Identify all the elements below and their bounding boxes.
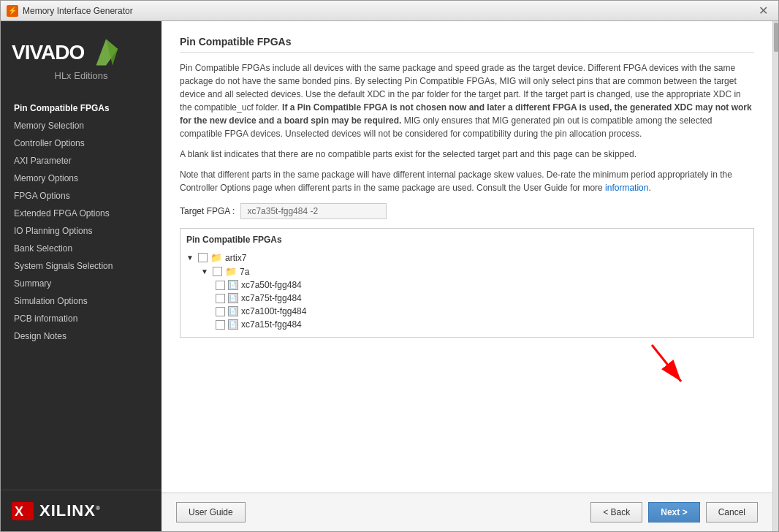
xc7a15t-label: xc7a15t-fgg484 — [241, 319, 302, 330]
tree-node-xc7a15t: 📄 xc7a15t-fgg484 — [186, 318, 748, 331]
logo-area: VIVADO HLx Editions — [1, 21, 162, 92]
user-guide-button[interactable]: User Guide — [176, 502, 246, 522]
sidebar-top: VIVADO HLx Editions Pin Compatible FPGAs… — [1, 21, 162, 352]
hlx-editions-text: HLx Editions — [12, 70, 151, 81]
main-content: VIVADO HLx Editions Pin Compatible FPGAs… — [1, 21, 778, 531]
vivado-text: VIVADO — [12, 41, 84, 64]
artix7-folder-icon: 📁 — [210, 252, 222, 263]
xc7a50t-checkbox[interactable] — [216, 281, 225, 290]
xc7a75t-file-icon: 📄 — [228, 293, 238, 303]
content-wrapper: Pin Compatible FPGAs Pin Compatible FPGA… — [162, 21, 778, 531]
xc7a100t-file-icon: 📄 — [228, 306, 238, 316]
tree-node-xc7a100t: 📄 xc7a100t-fgg484 — [186, 305, 748, 318]
sidebar-item-fpga-options[interactable]: FPGA Options — [1, 187, 162, 205]
tree-node-7a: ▼ 📁 7a — [186, 265, 748, 278]
sidebar-bottom: X XILINX® — [1, 490, 162, 531]
sidebar-item-extended-fpga-options[interactable]: Extended FPGA Options — [1, 205, 162, 222]
xc7a50t-label: xc7a50t-fgg484 — [241, 280, 302, 290]
sidebar-item-axi-parameter[interactable]: AXI Parameter — [1, 152, 162, 170]
tree-node-xc7a50t: 📄 xc7a50t-fgg484 — [186, 278, 748, 292]
leaf-svg — [91, 36, 121, 69]
title-bar-left: Memory Interface Generator — [7, 5, 133, 17]
title-bar: Memory Interface Generator ✕ — [1, 1, 778, 21]
description-para3: Note that different parts in the same pa… — [180, 168, 754, 194]
sidebar-item-pin-compatible-fpgas[interactable]: Pin Compatible FPGAs — [1, 99, 162, 117]
sidebar-item-design-notes[interactable]: Design Notes — [1, 327, 162, 345]
app-icon — [7, 5, 18, 17]
bottom-right: < Back Next > Cancel — [590, 502, 758, 522]
xilinx-name: XILINX® — [39, 501, 101, 520]
artix7-checkbox[interactable] — [198, 253, 208, 262]
xc7a100t-label: xc7a100t-fgg484 — [241, 306, 306, 316]
xilinx-logo: X XILINX® — [12, 501, 151, 520]
information-link[interactable]: information — [605, 183, 648, 193]
sidebar-item-summary[interactable]: Summary — [1, 275, 162, 292]
sidebar: VIVADO HLx Editions Pin Compatible FPGAs… — [1, 21, 162, 531]
sidebar-item-memory-selection[interactable]: Memory Selection — [1, 117, 162, 134]
7a-folder-icon: 📁 — [225, 266, 237, 277]
sidebar-item-memory-options[interactable]: Memory Options — [1, 170, 162, 187]
target-fpga-row: Target FPGA : — [180, 203, 754, 219]
target-fpga-label: Target FPGA : — [180, 206, 235, 216]
sidebar-item-simulation-options[interactable]: Simulation Options — [1, 292, 162, 310]
main-window: Memory Interface Generator ✕ VIVADO — [0, 0, 779, 532]
xc7a75t-label: xc7a75t-fgg484 — [241, 293, 302, 303]
tree-node-xc7a75t: 📄 xc7a75t-fgg484 — [186, 292, 748, 305]
sidebar-item-io-planning-options[interactable]: IO Planning Options — [1, 222, 162, 240]
right-panel: Pin Compatible FPGAs Pin Compatible FPGA… — [162, 21, 772, 531]
xc7a15t-checkbox[interactable] — [216, 320, 225, 330]
next-button[interactable]: Next > — [648, 502, 699, 522]
description-para2: A blank list indicates that there are no… — [180, 148, 754, 161]
artix7-label: artix7 — [225, 253, 246, 263]
vivado-logo: VIVADO — [12, 36, 151, 69]
xc7a50t-file-icon: 📄 — [228, 280, 238, 290]
content-area: Pin Compatible FPGAs Pin Compatible FPGA… — [162, 21, 772, 493]
bottom-left: User Guide — [176, 502, 246, 522]
tree-node-artix7: ▼ 📁 artix7 — [186, 251, 748, 265]
back-button[interactable]: < Back — [590, 502, 642, 522]
svg-line-5 — [652, 345, 681, 381]
sidebar-item-controller-options[interactable]: Controller Options — [1, 134, 162, 152]
tree-container: Pin Compatible FPGAs ▼ 📁 artix7 ▼ — [180, 228, 754, 338]
window-title: Memory Interface Generator — [23, 6, 133, 16]
vivado-leaf-icon — [91, 36, 121, 69]
scroll-thumb[interactable] — [774, 23, 778, 52]
xc7a100t-checkbox[interactable] — [216, 307, 225, 316]
xilinx-x-icon: X — [12, 502, 34, 520]
description-para1: Pin Compatible FPGAs include all devices… — [180, 61, 754, 140]
sidebar-item-bank-selection[interactable]: Bank Selection — [1, 240, 162, 257]
7a-toggle[interactable]: ▼ — [201, 267, 210, 276]
7a-checkbox[interactable] — [213, 267, 222, 276]
bottom-bar: User Guide < Back Next > Cancel — [162, 493, 772, 531]
7a-label: 7a — [240, 267, 249, 277]
sidebar-nav: Pin Compatible FPGAs Memory Selection Co… — [1, 92, 162, 352]
svg-text:X: X — [15, 504, 23, 519]
sidebar-item-system-signals-selection[interactable]: System Signals Selection — [1, 257, 162, 275]
xc7a75t-checkbox[interactable] — [216, 294, 225, 303]
arrow-area — [180, 338, 754, 389]
artix7-toggle[interactable]: ▼ — [186, 254, 195, 262]
tree-section-title: Pin Compatible FPGAs — [186, 235, 748, 245]
scrollbar[interactable] — [772, 21, 778, 531]
xc7a15t-file-icon: 📄 — [228, 319, 238, 330]
red-arrow-annotation — [637, 341, 696, 389]
page-title: Pin Compatible FPGAs — [180, 36, 754, 53]
cancel-button[interactable]: Cancel — [706, 502, 758, 522]
sidebar-item-pcb-information[interactable]: PCB information — [1, 310, 162, 327]
target-fpga-input[interactable] — [240, 203, 387, 219]
close-button[interactable]: ✕ — [754, 2, 772, 19]
